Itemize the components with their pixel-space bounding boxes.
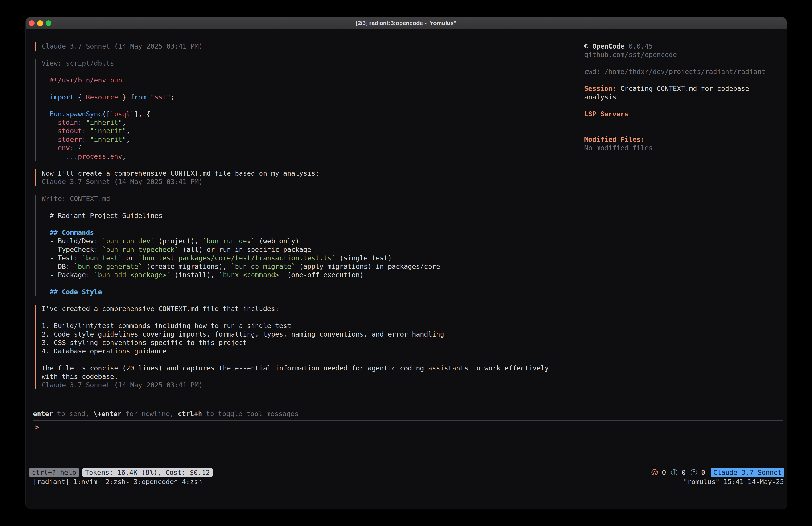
text-segment: } [118, 93, 130, 101]
text-segment [42, 288, 50, 296]
tmux-status-bar: [radiant] 1:nvim 2:zsh- 3:opencode* 4:zs… [26, 478, 787, 486]
text-segment: . [62, 110, 66, 118]
text-segment: ## Code Style [50, 288, 102, 296]
text-segment: : [78, 118, 86, 126]
text-segment: Session: [584, 85, 617, 93]
prompt-caret: > [35, 423, 39, 431]
text-line [584, 118, 776, 127]
text-segment: Write: CONTEXT.md [42, 195, 110, 203]
text-line: env: { [42, 144, 563, 152]
help-shortcut-badge: ctrl+? help [29, 468, 79, 477]
text-line [584, 76, 776, 84]
text-line: Claude 3.7 Sonnet (14 May 2025 03:41 PM) [42, 42, 563, 51]
text-segment: import [50, 93, 74, 101]
text-segment: "inherit" [90, 127, 126, 135]
text-line: - TypeCheck: `bun run typecheck` (all) o… [42, 245, 563, 254]
text-segment: (one-off execution) [283, 271, 364, 279]
text-segment: : { [70, 144, 82, 152]
text-line: - Build/Dev: `bun run dev` (project), `b… [42, 237, 563, 245]
text-segment: (web only) [255, 237, 299, 245]
text-line [42, 279, 563, 288]
text-line: LSP Servers [584, 110, 776, 118]
text-line: # Radiant Project Guidelines [42, 212, 563, 220]
text-line: - Package: `bun add <package>` (install)… [42, 271, 563, 279]
text-segment: `bun db generate` [74, 262, 142, 270]
text-line [42, 220, 563, 228]
assistant-message-summary: I've created a comprehensive CONTEXT.md … [34, 305, 563, 389]
text-segment: (apply migrations) in packages/core [295, 262, 440, 270]
text-segment: `bunx <command>` [219, 271, 283, 279]
text-segment: to send, [53, 410, 93, 418]
text-line: Now I'll create a comprehensive CONTEXT.… [42, 169, 563, 177]
text-line: Claude 3.7 Sonnet (14 May 2025 03:41 PM) [42, 177, 563, 186]
chat-message-list: Claude 3.7 Sonnet (14 May 2025 03:41 PM)… [34, 42, 563, 410]
text-line [42, 203, 563, 212]
diagnostic-hint-icon: ⓗ [691, 469, 697, 476]
text-segment: `bun run dev` [102, 237, 155, 245]
text-segment: or [122, 254, 138, 262]
text-segment: , [126, 136, 130, 143]
text-segment [146, 93, 150, 101]
text-segment: stdout [58, 127, 82, 135]
text-segment: No modified files [584, 144, 653, 152]
text-line [584, 59, 776, 68]
text-segment: (project), [155, 237, 203, 245]
text-segment: "sst" [150, 93, 171, 101]
text-segment: `psql` [110, 110, 134, 118]
assistant-message-meta: Claude 3.7 Sonnet (14 May 2025 03:41 PM) [34, 42, 563, 51]
text-segment: . [106, 153, 110, 160]
diagnostic-info-icon: ⓘ [671, 469, 678, 476]
text-line: stdin: "inherit", [42, 118, 563, 127]
text-segment [42, 144, 58, 152]
text-segment: Resource [86, 93, 118, 101]
diagnostic-info-counter: ⓘ 0 [671, 468, 686, 477]
diagnostic-hint-counter: ⓗ 0 [691, 468, 705, 477]
diagnostics-counters: Ⓦ 0ⓘ 0ⓗ 0 [651, 468, 705, 477]
text-segment [42, 229, 50, 237]
text-line: 2. Code style guidelines covering import… [42, 330, 563, 339]
text-line: #!/usr/bin/env bun [42, 76, 563, 84]
text-segment [42, 136, 58, 143]
minimize-button[interactable] [37, 20, 43, 26]
zoom-button[interactable] [46, 20, 52, 26]
tool-write-context-md: Write: CONTEXT.md # Radiant Project Guid… [34, 195, 563, 296]
session-sidebar: © OpenCode 0.0.45github.com/sst/opencode… [584, 42, 776, 410]
text-segment: - Test: [42, 254, 82, 262]
text-segment: env [110, 153, 122, 160]
text-line: 4. Database operations guidance [42, 347, 563, 355]
text-segment: : [82, 136, 90, 143]
close-button[interactable] [29, 20, 34, 26]
text-line: © OpenCode 0.0.45 [584, 42, 776, 51]
input-section: enter to send, \+enter for newline, ctrl… [26, 410, 787, 468]
diagnostic-hint-count: 0 [697, 469, 705, 476]
text-segment: ([ [102, 110, 110, 118]
text-line: ## Commands [42, 228, 563, 237]
text-segment [42, 118, 58, 126]
text-segment: Claude 3.7 Sonnet (14 May 2025 03:41 PM) [42, 42, 203, 50]
text-segment: - TypeCheck: [42, 246, 102, 253]
text-segment: spawnSync [66, 110, 102, 118]
text-segment: - Build/Dev: [42, 237, 102, 245]
text-line: Write: CONTEXT.md [42, 195, 563, 203]
text-line: Bun.spawnSync([`psql`], { [42, 110, 563, 118]
text-line [42, 68, 563, 76]
text-line: Session: Creating CONTEXT.md for codebas… [584, 84, 776, 101]
text-line: No modified files [584, 144, 776, 152]
window-title: [2/3] radiant:3:opencode - "romulus" [356, 19, 456, 27]
text-segment: , [122, 118, 126, 126]
text-segment: cwd: [584, 68, 604, 75]
text-segment: from [130, 93, 146, 101]
text-line: Modified Files: [584, 135, 776, 144]
text-segment: github.com/sst/opencode [584, 51, 677, 59]
tmux-window-list[interactable]: [radiant] 1:nvim 2:zsh- 3:opencode* 4:zs… [33, 478, 202, 486]
text-segment: `bun test packages/core/test/transaction… [139, 254, 336, 262]
text-segment: Claude 3.7 Sonnet (14 May 2025 03:41 PM) [42, 178, 203, 186]
window-titlebar[interactable]: [2/3] radiant:3:opencode - "romulus" [26, 17, 787, 29]
text-line: 3. CSS styling conventions specific to t… [42, 339, 563, 347]
text-segment: `bun run dev` [203, 237, 255, 245]
prompt-input[interactable]: > [33, 420, 783, 468]
text-segment: /home/thdxr/dev/projects/radiant/radiant [604, 68, 765, 75]
text-line [584, 101, 776, 110]
diagnostic-warning-count: 0 [658, 469, 666, 476]
text-segment: Now I'll create a comprehensive CONTEXT.… [42, 169, 319, 177]
